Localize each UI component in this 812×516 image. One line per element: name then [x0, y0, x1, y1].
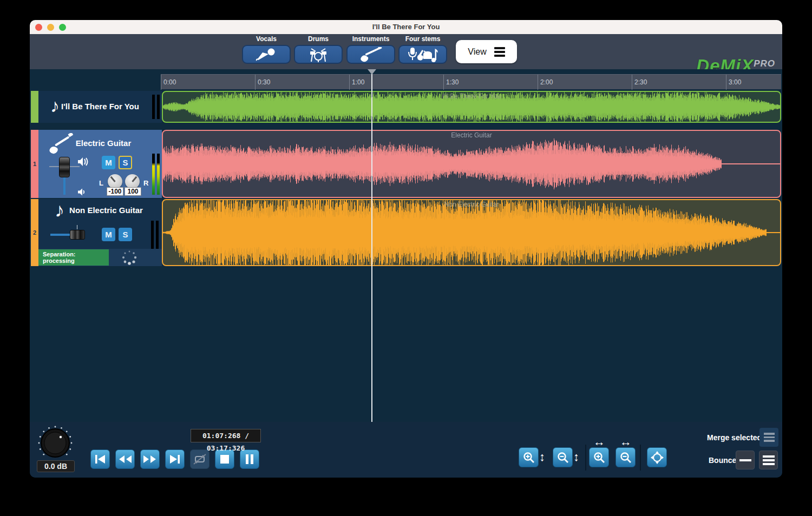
- track3-color-strip[interactable]: 2: [31, 199, 38, 266]
- bounce-minus-button[interactable]: [736, 451, 755, 469]
- merge-selected-button[interactable]: [759, 428, 778, 447]
- stem-group-vocals: Vocals: [242, 34, 291, 68]
- vertical-zoom-arrow-icon: ↕: [573, 450, 579, 464]
- merge-selected-label: Merge selected: [707, 433, 762, 442]
- ruler-tick: 0:30: [258, 78, 270, 86]
- playhead-line: [371, 74, 372, 422]
- skip-start-button[interactable]: [90, 449, 110, 469]
- track3-volume-knob[interactable]: [70, 230, 85, 240]
- track-row-electric-guitar: 1 Electric Guitar M: [31, 130, 781, 198]
- pan-right-label: R: [143, 179, 148, 187]
- ruler-tick: 1:30: [446, 78, 459, 86]
- drumkit-icon: [306, 47, 331, 62]
- view-label: View: [468, 47, 486, 57]
- speaker-low-icon: [77, 188, 86, 196]
- track1-clip-label: I'll Be There For You: [163, 92, 780, 100]
- track1-clip[interactable]: I'll Be There For You: [162, 91, 781, 123]
- track2-waveform: [163, 131, 780, 197]
- four-stems-button[interactable]: [398, 45, 447, 64]
- stem-group-four-stems: Four stems: [398, 34, 447, 68]
- track3-status-row: Separation: processing: [38, 249, 162, 266]
- zoom-in-horizontal-button[interactable]: [589, 447, 609, 467]
- drums-label: Drums: [294, 35, 343, 43]
- separation-status-badge: Separation: processing: [38, 249, 109, 266]
- instruments-label: Instruments: [346, 35, 395, 43]
- drums-button[interactable]: [294, 45, 343, 64]
- view-button[interactable]: View: [456, 40, 517, 63]
- vocals-button[interactable]: [242, 45, 291, 64]
- fast-forward-button[interactable]: [140, 449, 160, 469]
- track3-clip-label: Non Electric Guitar: [163, 201, 780, 208]
- minus-icon: [739, 459, 751, 461]
- track3-clip[interactable]: Non Electric Guitar: [162, 199, 781, 266]
- track1-name: I'll Be There For You: [38, 102, 162, 111]
- track3-mute-button[interactable]: M: [102, 228, 115, 241]
- master-volume-knob[interactable]: [37, 425, 73, 461]
- ruler-tick: 2:00: [540, 78, 553, 86]
- pan-right-value: 100: [125, 187, 141, 196]
- master-volume-display: 0.0 dB: [37, 460, 75, 472]
- track3-solo-button[interactable]: S: [119, 228, 132, 241]
- track1-vu-meter: [152, 95, 160, 119]
- track3-waveform: [163, 200, 780, 265]
- track3-name: Non Electric Guitar: [55, 206, 158, 215]
- track2-name: Electric Guitar: [55, 138, 152, 148]
- four-stems-label: Four stems: [398, 35, 447, 43]
- track1-header[interactable]: ♪ I'll Be There For You: [38, 91, 162, 123]
- track2-header[interactable]: Electric Guitar M S L R -100: [38, 130, 162, 198]
- zoom-out-horizontal-button[interactable]: [615, 447, 636, 467]
- app-window: I'll Be There For You Vocals Drums: [30, 20, 782, 478]
- bounce-label: Bounce: [709, 456, 736, 465]
- bottom-control-bar: 0.0 dB 01:07:268 / 03:17:326: [30, 422, 782, 478]
- time-display: 01:07:268 / 03:17:326: [191, 429, 261, 442]
- track2-clip[interactable]: Electric Guitar: [162, 130, 781, 198]
- ruler-tick: 1:00: [352, 78, 364, 86]
- microphone-icon: [254, 48, 278, 62]
- stem-group-drums: Drums: [294, 34, 343, 68]
- zoom-in-vertical-button[interactable]: [519, 447, 539, 467]
- spinner-icon: [121, 249, 137, 266]
- vocals-label: Vocals: [242, 35, 291, 43]
- speaker-loud-icon: [77, 157, 89, 167]
- bounce-menu-icon: [763, 454, 775, 467]
- track1-color-strip[interactable]: [31, 91, 38, 123]
- window-title: I'll Be There For You: [30, 23, 782, 31]
- ruler-tick: 2:30: [634, 78, 647, 86]
- merge-menu-icon: [764, 431, 775, 444]
- track2-solo-button[interactable]: S: [119, 156, 132, 169]
- rewind-button[interactable]: [115, 449, 135, 469]
- instruments-button[interactable]: [346, 45, 395, 64]
- vertical-zoom-arrow-icon: ↕: [539, 450, 545, 464]
- track2-volume-knob[interactable]: [59, 157, 70, 177]
- guitar-icon: [358, 47, 383, 62]
- pan-left-label: L: [99, 179, 103, 187]
- skip-end-button[interactable]: [165, 449, 185, 469]
- bounce-menu-button[interactable]: [759, 451, 778, 469]
- track-row-original: ♪ I'll Be There For You I'll Be There Fo…: [31, 91, 781, 123]
- time-ruler[interactable]: 0:00 0:30 1:00 1:30 2:00 2:30 3:00: [161, 74, 781, 89]
- zoom-out-vertical-button[interactable]: [553, 447, 573, 467]
- toolbar: Vocals Drums: [30, 34, 782, 69]
- ruler-tick: 0:00: [163, 78, 176, 86]
- timeline-workspace: 0:00 0:30 1:00 1:30 2:00 2:30 3:00 ♪ I'l…: [30, 69, 782, 422]
- track-row-non-electric-guitar: 2 ♪ Non Electric Guitar M S Separation: …: [31, 199, 781, 266]
- track2-vu-meter: [152, 154, 160, 195]
- ruler-tick: 3:00: [729, 78, 741, 86]
- pan-left-value: -100: [107, 187, 123, 196]
- logo-suffix: PRO: [754, 58, 775, 69]
- stem-group-instruments: Instruments: [346, 34, 395, 68]
- track3-vu-meter: [151, 221, 159, 250]
- track2-mute-button[interactable]: M: [102, 156, 115, 169]
- view-menu-icon: [494, 45, 505, 58]
- four-stems-icon: [407, 47, 438, 63]
- track2-pan-left-knob[interactable]: [108, 174, 122, 189]
- track2-clip-label: Electric Guitar: [163, 131, 780, 139]
- track2-pan-right-knob[interactable]: [125, 174, 140, 189]
- fit-view-button[interactable]: [647, 447, 667, 467]
- title-bar: I'll Be There For You: [30, 20, 782, 34]
- track2-color-strip[interactable]: 1: [31, 130, 38, 198]
